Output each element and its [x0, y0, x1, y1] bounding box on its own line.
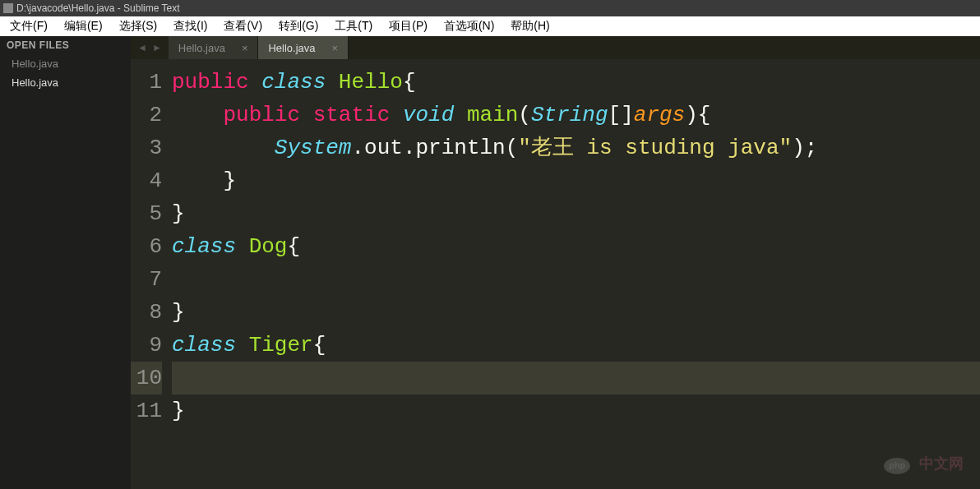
token-punct: } — [172, 300, 185, 325]
token-kw-mod: public — [223, 103, 300, 127]
sidebar: OPEN FILES Hello.javaHello.java — [0, 36, 131, 489]
sidebar-file-1[interactable]: Hello.java — [0, 73, 131, 92]
token-funcname: main — [467, 103, 518, 127]
token-punct: } — [172, 201, 185, 226]
token-punct — [172, 136, 275, 160]
token-punct: . — [351, 136, 364, 160]
menu-item-4[interactable]: 查看(V) — [215, 19, 270, 34]
token-punct: [] — [608, 103, 634, 127]
token-punct: ( — [518, 103, 531, 127]
menu-item-0[interactable]: 文件(F) — [2, 19, 56, 34]
tab-label: Hello.java — [178, 42, 225, 54]
line-number: 2 — [131, 99, 162, 131]
token-punct: } — [172, 168, 236, 193]
token-classname: Dog — [249, 234, 288, 259]
line-number: 11 — [131, 394, 162, 427]
editor-area: ◄ ► Hello.java×Hello.java× 1234567891011… — [131, 36, 980, 489]
token-punct: . — [403, 136, 416, 160]
tab-nav-arrows[interactable]: ◄ ► — [131, 36, 169, 59]
tab-0[interactable]: Hello.java× — [169, 36, 259, 59]
token-punct — [236, 333, 249, 358]
menu-item-3[interactable]: 查找(I) — [165, 19, 215, 34]
menu-item-8[interactable]: 首选项(N) — [436, 19, 502, 34]
menu-item-2[interactable]: 选择(S) — [111, 19, 166, 34]
main-area: OPEN FILES Hello.javaHello.java ◄ ► Hell… — [0, 36, 980, 489]
token-param: args — [634, 103, 685, 127]
code-line[interactable]: class Dog{ — [172, 230, 980, 263]
tab-1[interactable]: Hello.java× — [258, 36, 349, 59]
token-punct — [172, 103, 223, 127]
code-line[interactable] — [172, 362, 980, 394]
window-title: D:\javacode\Hello.java - Sublime Text — [16, 2, 180, 14]
token-type: String — [531, 103, 608, 127]
close-icon[interactable]: × — [332, 42, 339, 54]
code-line[interactable] — [172, 263, 980, 296]
token-kw-decl: class — [172, 234, 236, 259]
line-number: 1 — [131, 66, 162, 99]
token-type: System — [275, 136, 352, 160]
token-kw-decl: class — [261, 70, 326, 95]
gutter: 1234567891011 — [131, 59, 172, 489]
token-ident: out — [364, 136, 403, 160]
line-number: 4 — [131, 164, 162, 197]
token-punct: ); — [792, 136, 817, 160]
token-punct: ){ — [685, 103, 710, 127]
token-punct: { — [313, 333, 326, 358]
token-classname: Tiger — [249, 333, 313, 358]
token-punct — [326, 70, 339, 95]
token-punct: } — [172, 399, 185, 423]
token-ident: println — [415, 136, 505, 160]
token-type: void — [403, 103, 454, 127]
token-punct — [454, 103, 467, 127]
code-line[interactable]: public static void main(String[]args){ — [172, 99, 980, 131]
token-punct — [300, 103, 313, 127]
menu-item-6[interactable]: 工具(T) — [326, 19, 381, 34]
token-classname: Hello — [339, 70, 403, 95]
code-line[interactable]: } — [172, 394, 980, 427]
line-number: 10 — [131, 362, 162, 394]
line-number: 6 — [131, 230, 162, 263]
code-line[interactable]: class Tiger{ — [172, 329, 980, 362]
tab-label: Hello.java — [268, 42, 315, 54]
tab-nav-left-icon[interactable]: ◄ — [137, 42, 147, 53]
token-kw-mod: public — [172, 70, 249, 95]
line-number: 5 — [131, 197, 162, 230]
code-line[interactable]: public class Hello{ — [172, 66, 980, 99]
token-kw-decl: class — [172, 333, 236, 358]
menu-item-7[interactable]: 项目(P) — [381, 19, 436, 34]
menu-item-5[interactable]: 转到(G) — [270, 19, 326, 34]
tab-nav-right-icon[interactable]: ► — [152, 42, 162, 53]
token-punct — [249, 70, 262, 95]
line-number: 7 — [131, 263, 162, 296]
code-line[interactable]: System.out.println("老王 is studing java")… — [172, 131, 980, 164]
token-kw-mod: static — [313, 103, 391, 127]
token-punct: { — [403, 70, 416, 95]
token-punct — [236, 234, 249, 259]
line-number: 9 — [131, 329, 162, 362]
code-content[interactable]: public class Hello{ public static void m… — [172, 59, 980, 489]
menu-item-1[interactable]: 编辑(E) — [56, 19, 111, 34]
code-line[interactable]: } — [172, 197, 980, 230]
token-punct: { — [287, 234, 300, 259]
sidebar-file-0[interactable]: Hello.java — [0, 54, 131, 73]
line-number: 3 — [131, 131, 162, 164]
code-area[interactable]: 1234567891011 public class Hello{ public… — [131, 59, 980, 489]
app-icon — [3, 3, 13, 13]
menu-item-9[interactable]: 帮助(H) — [502, 19, 557, 34]
title-bar: D:\javacode\Hello.java - Sublime Text — [0, 0, 980, 16]
code-line[interactable]: } — [172, 164, 980, 197]
menu-bar: 文件(F)编辑(E)选择(S)查找(I)查看(V)转到(G)工具(T)项目(P)… — [0, 16, 980, 36]
line-number: 8 — [131, 296, 162, 329]
tab-bar: ◄ ► Hello.java×Hello.java× — [131, 36, 980, 59]
sidebar-header: OPEN FILES — [0, 36, 131, 54]
token-punct: ( — [506, 136, 519, 160]
token-punct — [390, 103, 403, 127]
code-line[interactable]: } — [172, 296, 980, 329]
close-icon[interactable]: × — [242, 42, 248, 54]
token-string: "老王 is studing java" — [518, 136, 792, 160]
